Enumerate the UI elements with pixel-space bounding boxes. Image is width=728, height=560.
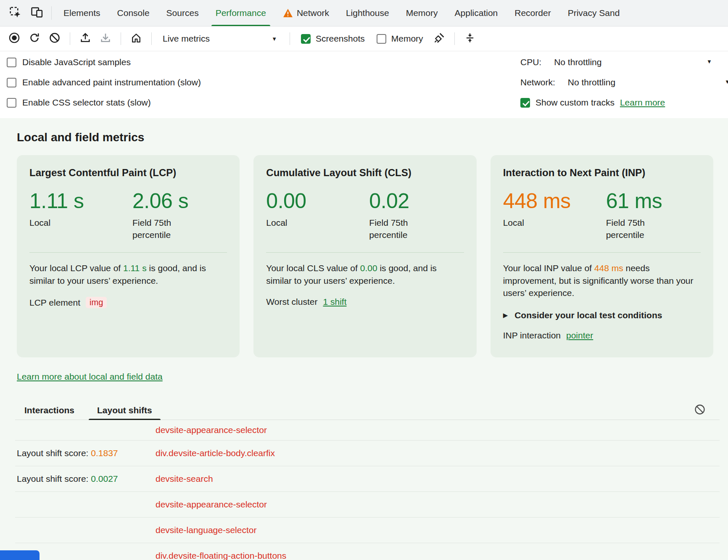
tab-memory[interactable]: Memory [398,0,446,26]
tab-label: Performance [216,8,266,18]
checkbox-unchecked-icon[interactable] [7,98,16,108]
show-custom-tracks-label: Show custom tracks [535,98,615,108]
reload-and-record-button[interactable] [25,29,44,48]
custom-tracks-learn-more-link[interactable]: Learn more [620,98,665,108]
separator [151,32,152,45]
cls-local-value: 0.00 [266,190,369,212]
checkbox-unchecked-icon[interactable] [7,78,16,87]
local-field-data-learn-more-link[interactable]: Learn more about local and field data [17,372,163,381]
tab-recorder[interactable]: Recorder [506,0,559,26]
chevron-down-icon: ▼ [707,58,712,65]
shift-node-link[interactable]: devsite-language-selector [156,525,256,535]
table-row: Layout shift score: 0.0027 devsite-searc… [15,466,720,492]
local-test-conditions-disclosure[interactable]: ▶ Consider your local test conditions [503,310,701,320]
cpu-throttling-value: No throttling [554,57,601,67]
capture-settings-right: CPU: No throttling ▼ Network: No throttl… [520,52,728,113]
tab-application[interactable]: Application [446,0,506,26]
tab-label: Sources [166,8,199,18]
lcp-element-label: LCP element [29,298,80,308]
collapse-button[interactable] [461,29,479,48]
layout-shifts-table: devsite-appearance-selector Layout shift… [15,420,720,560]
divider [29,252,227,253]
shift-score: Layout shift score: 0.0027 [15,474,118,484]
shift-node-link[interactable]: div.devsite-article-body.clearfix [156,448,275,458]
network-label: Network: [520,77,555,87]
divider [266,252,464,253]
shift-node-link[interactable]: devsite-appearance-selector [156,499,267,510]
tab-layout-shifts[interactable]: Layout shifts [88,401,161,420]
inspect-element-button[interactable] [4,0,26,26]
record-icon [8,32,20,45]
table-row: div.devsite-floating-action-buttons [15,543,720,560]
checkbox-checked-icon[interactable] [301,34,311,44]
screenshots-checkbox[interactable]: Screenshots [296,34,370,44]
page-title: Local and field metrics [17,131,728,144]
worst-cluster-link[interactable]: 1 shift [323,297,346,307]
memory-checkbox[interactable]: Memory [372,34,428,44]
broom-icon [433,32,445,45]
lcp-field-value: 2.06 s [132,190,227,212]
cls-card: Cumulative Layout Shift (CLS) 0.00 Local… [253,155,476,357]
metric-cards: Largest Contentful Paint (LCP) 1.11 s Lo… [17,155,713,357]
checkbox-unchecked-icon[interactable] [7,58,16,67]
shift-node-link[interactable]: div.devsite-floating-action-buttons [156,551,286,560]
lcp-local-value: 1.11 s [29,190,132,212]
tab-label: Console [117,8,150,18]
cls-desc-value: 0.00 [360,263,377,273]
lcp-field-label: Field 75th percentile [132,217,204,241]
load-profile-button[interactable] [76,29,95,48]
save-profile-button[interactable] [96,29,115,48]
tab-privacy-sandbox[interactable]: Privacy Sand [559,0,628,26]
tab-label: Privacy Sand [568,8,620,18]
tab-performance[interactable]: Performance [207,0,274,26]
tab-sources[interactable]: Sources [158,0,207,26]
table-row: devsite-language-selector [15,518,720,543]
network-throttling-select[interactable]: Network: No throttling ▼ [520,72,728,92]
tab-network[interactable]: Network [274,0,338,26]
cls-local-label: Local [266,217,338,229]
lcp-element-node-link[interactable]: img [86,297,107,308]
shift-node-link[interactable]: devsite-search [156,474,213,484]
warning-icon [283,8,293,18]
upload-icon [79,32,91,45]
history-select-value: Live metrics [163,34,210,44]
inp-card: Interaction to Next Paint (INP) 448 ms L… [491,155,713,357]
memory-label: Memory [391,34,423,44]
network-throttling-value: No throttling [568,77,615,87]
shift-score: Layout shift score: 0.1837 [15,448,118,458]
collect-garbage-button[interactable] [430,29,448,48]
table-row: devsite-appearance-selector [15,420,720,441]
tab-label: Lighthouse [346,8,389,18]
live-metrics-home-button[interactable] [127,29,145,48]
clear-log-button[interactable] [693,403,707,417]
tab-elements[interactable]: Elements [55,0,109,26]
home-icon [130,32,142,45]
cls-field-label: Field 75th percentile [369,217,440,241]
clear-icon [694,404,706,417]
tab-label: Memory [406,8,438,18]
performance-toolbar: Live metrics ▼ Screenshots Memory [0,26,728,51]
cpu-throttling-select[interactable]: CPU: No throttling ▼ [520,52,728,72]
lcp-local-label: Local [29,217,101,229]
device-toolbar-icon [31,6,43,20]
cls-field-value: 0.02 [369,190,464,212]
tab-label: Interactions [24,405,74,415]
worst-cluster-label: Worst cluster [266,297,317,307]
device-toolbar-button[interactable] [26,0,48,26]
record-button[interactable] [5,29,24,48]
chevron-down-icon: ▼ [272,36,277,42]
shift-node-link[interactable]: devsite-appearance-selector [156,425,267,435]
show-custom-tracks-row: Show custom tracks Learn more [520,92,728,113]
tab-interactions[interactable]: Interactions [15,401,84,420]
tab-label: Network [297,8,329,18]
checkbox-checked-icon[interactable] [520,98,530,108]
tab-console[interactable]: Console [109,0,158,26]
checkbox-unchecked-icon[interactable] [377,34,386,44]
inp-description: Your local INP value of 448 ms needs imp… [503,262,701,299]
history-select[interactable]: Live metrics ▼ [158,30,284,47]
tab-lighthouse[interactable]: Lighthouse [338,0,398,26]
inp-interaction-link[interactable]: pointer [566,330,593,341]
separator [290,32,290,45]
clear-button[interactable] [45,29,64,48]
desc-text: Your local INP value of [503,263,594,273]
